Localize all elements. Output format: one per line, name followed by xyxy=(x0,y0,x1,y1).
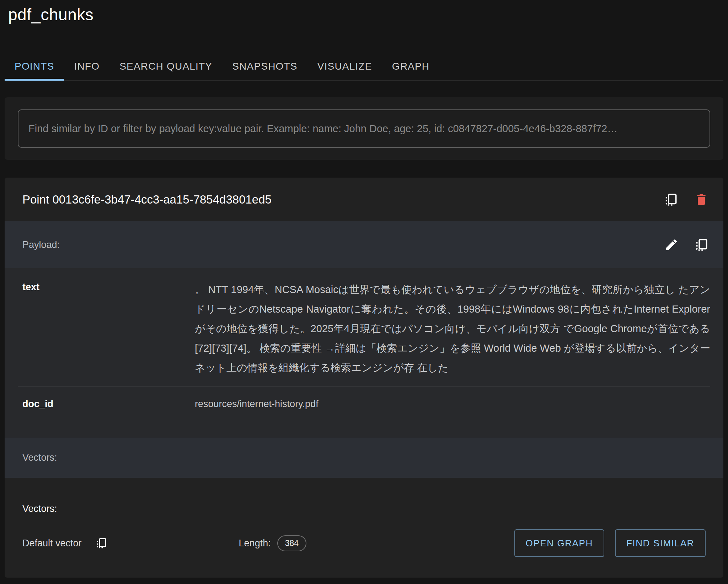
vectors-band-label: Vectors: xyxy=(22,452,57,463)
copy-point-icon[interactable] xyxy=(664,193,678,207)
tab-search-quality[interactable]: SEARCH QUALITY xyxy=(109,53,222,80)
field-key: doc_id xyxy=(18,397,195,411)
collection-tabs: POINTS INFO SEARCH QUALITY SNAPSHOTS VIS… xyxy=(5,53,723,81)
length-value-chip: 384 xyxy=(277,535,306,551)
point-title: Point 0013c6fe-3b47-4cc3-aa15-7854d3801e… xyxy=(22,193,272,206)
payload-label: Payload: xyxy=(22,239,60,250)
vectors-heading: Vectors: xyxy=(22,478,706,514)
tab-snapshots[interactable]: SNAPSHOTS xyxy=(222,53,307,80)
tab-graph[interactable]: GRAPH xyxy=(382,53,440,80)
payload-content: text 。 NTT 1994年、NCSA Mosaicは世界で最も使われている… xyxy=(5,268,723,438)
page-title: pdf_chunks xyxy=(8,5,723,24)
find-similar-button[interactable]: FIND SIMILAR xyxy=(615,529,706,557)
default-vector-label: Default vector xyxy=(22,538,82,549)
edit-payload-icon[interactable] xyxy=(664,238,679,252)
tab-info[interactable]: INFO xyxy=(64,53,109,80)
vectors-section: Vectors: Default vector Length: 384 OPEN… xyxy=(5,478,723,578)
vector-length: Length: 384 xyxy=(239,535,306,551)
vectors-band: Vectors: xyxy=(5,438,723,478)
payload-field-text: text 。 NTT 1994年、NCSA Mosaicは世界で最も使われている… xyxy=(18,268,710,387)
point-header: Point 0013c6fe-3b47-4cc3-aa15-7854d3801e… xyxy=(5,178,723,221)
default-vector-row: Default vector Length: 384 OPEN GRAPH FI… xyxy=(22,529,706,557)
field-value: resources/internet-history.pdf xyxy=(195,397,710,411)
payload-band: Payload: xyxy=(5,221,723,268)
tab-visualize[interactable]: VISUALIZE xyxy=(307,53,382,80)
point-card: Point 0013c6fe-3b47-4cc3-aa15-7854d3801e… xyxy=(5,178,723,578)
payload-field-doc-id: doc_id resources/internet-history.pdf xyxy=(18,387,710,421)
search-input[interactable] xyxy=(18,109,710,148)
search-card xyxy=(5,97,723,160)
length-label: Length: xyxy=(239,538,271,549)
tab-points[interactable]: POINTS xyxy=(5,53,64,80)
field-key: text xyxy=(18,280,195,378)
copy-vector-icon[interactable] xyxy=(95,537,107,549)
copy-payload-icon[interactable] xyxy=(694,238,708,252)
delete-point-icon[interactable] xyxy=(694,193,708,207)
open-graph-button[interactable]: OPEN GRAPH xyxy=(514,529,604,557)
field-value: 。 NTT 1994年、NCSA Mosaicは世界で最も使われているウェブブラ… xyxy=(195,280,710,378)
collection-page: pdf_chunks POINTS INFO SEARCH QUALITY SN… xyxy=(0,5,728,578)
